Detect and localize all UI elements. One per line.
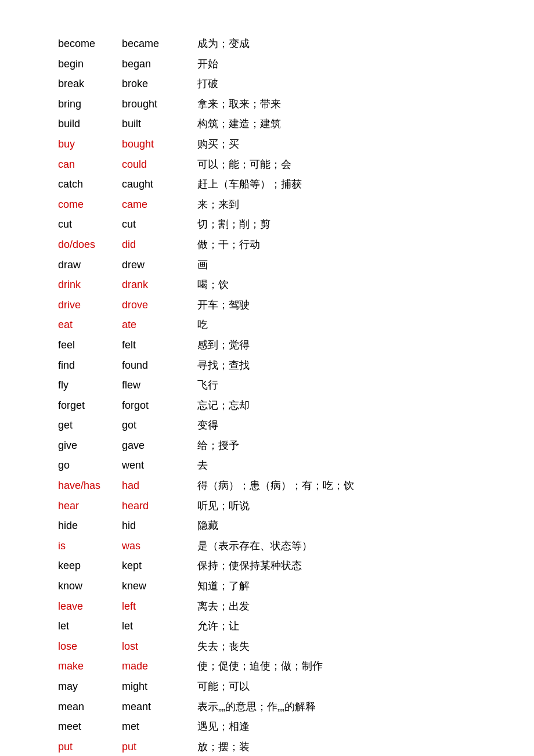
- verb-row: go went 去: [58, 456, 476, 474]
- verb-base: may: [58, 678, 122, 696]
- verb-row: give gave 给；授予: [58, 437, 476, 455]
- verb-meaning: 吃: [197, 316, 476, 334]
- verb-past: could: [122, 156, 197, 174]
- verb-table: become became 成为；变成 begin began 开始 break…: [58, 35, 476, 756]
- verb-past: met: [122, 718, 197, 736]
- verb-meaning: 给；授予: [197, 437, 476, 455]
- verb-base: mean: [58, 698, 122, 716]
- verb-base: fly: [58, 376, 122, 394]
- verb-meaning: 去: [197, 456, 476, 474]
- verb-base: have/has: [58, 477, 122, 495]
- verb-row: can could 可以；能；可能；会: [58, 156, 476, 174]
- verb-base: make: [58, 657, 122, 675]
- verb-past: had: [122, 477, 197, 495]
- verb-past: bought: [122, 135, 197, 153]
- verb-row: bring brought 拿来；取来；带来: [58, 95, 476, 113]
- verb-row: drive drove 开车；驾驶: [58, 296, 476, 314]
- verb-past: meant: [122, 698, 197, 716]
- verb-row: feel felt 感到；觉得: [58, 336, 476, 354]
- verb-past: kept: [122, 557, 197, 575]
- verb-meaning: 得（病）；患（病）；有；吃；饮: [197, 477, 476, 495]
- verb-base: drive: [58, 296, 122, 314]
- verb-meaning: 感到；觉得: [197, 336, 476, 354]
- verb-base: put: [58, 738, 122, 756]
- verb-past: made: [122, 657, 197, 675]
- verb-past: left: [122, 597, 197, 615]
- verb-past: heard: [122, 497, 197, 515]
- verb-base: lose: [58, 638, 122, 656]
- verb-base: keep: [58, 557, 122, 575]
- verb-past: drove: [122, 296, 197, 314]
- verb-past: brought: [122, 95, 197, 113]
- verb-base: know: [58, 577, 122, 595]
- verb-base: buy: [58, 135, 122, 153]
- verb-base: catch: [58, 175, 122, 193]
- verb-meaning: 成为；变成: [197, 35, 476, 53]
- verb-past: did: [122, 236, 197, 254]
- verb-past: found: [122, 357, 197, 375]
- verb-past: began: [122, 55, 197, 73]
- verb-meaning: 使；促使；迫使；做；制作: [197, 657, 476, 675]
- verb-meaning: 知道；了解: [197, 577, 476, 595]
- verb-meaning: 离去；出发: [197, 597, 476, 615]
- verb-past: lost: [122, 638, 197, 656]
- verb-past: cut: [122, 215, 197, 233]
- verb-meaning: 拿来；取来；带来: [197, 95, 476, 113]
- verb-base: hide: [58, 517, 122, 535]
- verb-past: let: [122, 617, 197, 635]
- verb-base: bring: [58, 95, 122, 113]
- verb-row: lose lost 失去；丧失: [58, 638, 476, 656]
- verb-meaning: 画: [197, 256, 476, 274]
- verb-row: hear heard 听见；听说: [58, 497, 476, 515]
- verb-row: fly flew 飞行: [58, 376, 476, 394]
- verb-past: came: [122, 196, 197, 214]
- verb-past: knew: [122, 577, 197, 595]
- verb-row: make made 使；促使；迫使；做；制作: [58, 657, 476, 675]
- verb-meaning: 构筑；建造；建筑: [197, 115, 476, 133]
- verb-base: come: [58, 196, 122, 214]
- verb-row: mean meant 表示„„的意思；作„„的解释: [58, 698, 476, 716]
- verb-past: felt: [122, 336, 197, 354]
- verb-base: eat: [58, 316, 122, 334]
- verb-base: drink: [58, 276, 122, 294]
- verb-meaning: 飞行: [197, 376, 476, 394]
- verb-meaning: 购买；买: [197, 135, 476, 153]
- verb-past: flew: [122, 376, 197, 394]
- verb-past: was: [122, 537, 197, 555]
- verb-past: put: [122, 738, 197, 756]
- verb-meaning: 开车；驾驶: [197, 296, 476, 314]
- verb-meaning: 保持；使保持某种状态: [197, 557, 476, 575]
- verb-base: is: [58, 537, 122, 555]
- verb-meaning: 忘记；忘却: [197, 397, 476, 415]
- verb-past: ate: [122, 316, 197, 334]
- verb-base: get: [58, 416, 122, 434]
- verb-past: drank: [122, 276, 197, 294]
- verb-past: forgot: [122, 397, 197, 415]
- verb-base: give: [58, 437, 122, 455]
- verb-meaning: 听见；听说: [197, 497, 476, 515]
- verb-past: built: [122, 115, 197, 133]
- verb-meaning: 遇见；相逢: [197, 718, 476, 736]
- verb-row: draw drew 画: [58, 256, 476, 274]
- verb-base: forget: [58, 397, 122, 415]
- verb-row: come came 来；来到: [58, 196, 476, 214]
- verb-base: become: [58, 35, 122, 53]
- verb-past: hid: [122, 517, 197, 535]
- verb-meaning: 变得: [197, 416, 476, 434]
- verb-base: hear: [58, 497, 122, 515]
- verb-row: cut cut 切；割；削；剪: [58, 215, 476, 233]
- verb-base: draw: [58, 256, 122, 274]
- verb-meaning: 赶上（车船等）；捕获: [197, 175, 476, 193]
- verb-base: feel: [58, 336, 122, 354]
- verb-meaning: 做；干；行动: [197, 236, 476, 254]
- verb-base: let: [58, 617, 122, 635]
- verb-row: meet met 遇见；相逢: [58, 718, 476, 736]
- verb-meaning: 放；摆；装: [197, 738, 476, 756]
- verb-row: catch caught 赶上（车船等）；捕获: [58, 175, 476, 193]
- verb-row: break broke 打破: [58, 75, 476, 93]
- verb-row: build built 构筑；建造；建筑: [58, 115, 476, 133]
- verb-meaning: 允许；让: [197, 617, 476, 635]
- verb-base: begin: [58, 55, 122, 73]
- verb-row: eat ate 吃: [58, 316, 476, 334]
- verb-meaning: 打破: [197, 75, 476, 93]
